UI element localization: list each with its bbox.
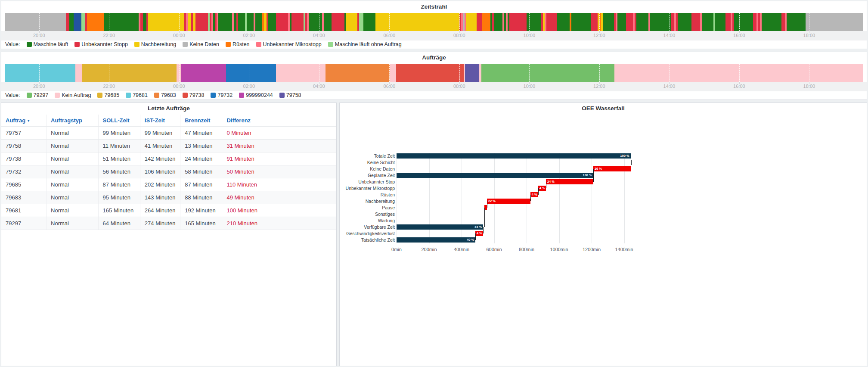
zeitstrahl-segment[interactable] [346, 13, 357, 31]
zeitstrahl-segment[interactable] [715, 13, 725, 31]
zeitstrahl-segment[interactable] [691, 13, 700, 31]
auftraege-segment[interactable] [614, 64, 863, 82]
zeitstrahl-segment[interactable] [571, 13, 591, 31]
waterfall-bar[interactable]: 4 % [530, 192, 538, 197]
auftraege-legend-item[interactable]: 79738 [183, 92, 205, 98]
zeitstrahl-segment[interactable] [247, 13, 254, 31]
zeitstrahl-segment[interactable] [188, 13, 191, 31]
zeitstrahl-segment[interactable] [195, 13, 208, 31]
table-header-soll-zeit[interactable]: SOLL-Zeit [99, 115, 140, 126]
auftraege-legend-item[interactable]: 79297 [27, 92, 49, 98]
zeitstrahl-segment[interactable] [787, 13, 806, 31]
auftraege-segment[interactable] [75, 64, 82, 82]
zeitstrahl-segment[interactable] [238, 13, 245, 31]
zeitstrahl-segment[interactable] [678, 13, 691, 31]
table-header-brennzeit[interactable]: Brennzeit [180, 115, 222, 126]
auftraege-axis-label: 08:00 [453, 84, 465, 89]
auftraege-segment[interactable] [276, 64, 326, 82]
zeitstrahl-segment[interactable] [650, 13, 671, 31]
zeitstrahl-segment[interactable] [762, 13, 781, 31]
zeitstrahl-segment[interactable] [781, 13, 785, 31]
zeitstrahl-segment[interactable] [671, 13, 674, 31]
zeitstrahl-segment[interactable] [143, 13, 146, 31]
auftraege-legend-item[interactable]: 999990244 [239, 92, 273, 98]
zeitstrahl-segment[interactable] [255, 13, 262, 31]
auftraege-legend-item[interactable]: 79681 [126, 92, 148, 98]
zeitstrahl-legend-item[interactable]: Unbekannter Stopp [74, 41, 128, 47]
zeitstrahl-segment[interactable] [494, 13, 502, 31]
zeitstrahl-legend-item[interactable]: Unbekannter Mikrostopp [256, 41, 322, 47]
zeitstrahl-segment[interactable] [268, 13, 276, 31]
waterfall-bar[interactable]: 4 % [475, 231, 483, 236]
zeitstrahl-segment[interactable] [81, 13, 85, 31]
zeitstrahl-segment[interactable] [617, 13, 626, 31]
zeitstrahl-segment[interactable] [482, 13, 490, 31]
auftraege-segment[interactable] [177, 64, 181, 82]
zeitstrahl-segment[interactable] [309, 13, 322, 31]
waterfall-bar[interactable]: 100 % [397, 173, 593, 178]
zeitstrahl-segment[interactable] [806, 13, 863, 31]
zeitstrahl-legend-item[interactable]: Maschine läuft ohne Auftrag [328, 41, 402, 47]
zeitstrahl-segment[interactable] [466, 13, 477, 31]
zeitstrahl-segment[interactable] [363, 13, 375, 31]
zeitstrahl-segment[interactable] [69, 13, 74, 31]
zeitstrahl-segment[interactable] [218, 13, 232, 31]
zeitstrahl-segment[interactable] [324, 13, 332, 31]
auftraege-segment[interactable] [226, 64, 276, 82]
zeitstrahl-segment[interactable] [477, 13, 482, 31]
zeitstrahl-segment[interactable] [591, 13, 598, 31]
auftraege-legend-item[interactable]: 79685 [97, 92, 119, 98]
zeitstrahl-segment[interactable] [527, 13, 541, 31]
auftraege-legend-item[interactable]: 79732 [211, 92, 232, 98]
zeitstrahl-segment[interactable] [725, 13, 731, 31]
table-header-auftragstyp[interactable]: Auftragstyp [46, 115, 99, 126]
zeitstrahl-segment[interactable] [291, 13, 304, 31]
waterfall-bar[interactable]: 24 % [546, 179, 593, 184]
zeitstrahl-segment[interactable] [702, 13, 714, 31]
zeitstrahl-segment[interactable] [74, 13, 81, 31]
waterfall-bar[interactable]: 40 % [397, 237, 475, 243]
zeitstrahl-segment[interactable] [509, 13, 527, 31]
zeitstrahl-segment[interactable] [276, 13, 288, 31]
table-header-auftrag[interactable]: Auftrag▼ [1, 115, 46, 126]
auftraege-segment[interactable] [396, 64, 464, 82]
auftraege-legend-item[interactable]: Kein Auftrag [55, 92, 91, 98]
auftraege-legend-item[interactable]: 79683 [154, 92, 176, 98]
zeitstrahl-segment[interactable] [636, 13, 648, 31]
auftraege-legend-item[interactable]: 79758 [279, 92, 301, 98]
zeitstrahl-legend-item[interactable]: Keine Daten [183, 41, 219, 47]
waterfall-bar[interactable]: 16 % [593, 166, 631, 171]
table-header-label: Auftragstyp [51, 117, 82, 124]
table-header-ist-zeit[interactable]: IST-Zeit [140, 115, 180, 126]
zeitstrahl-segment[interactable] [375, 13, 459, 31]
zeitstrahl-segment[interactable] [603, 13, 614, 31]
zeitstrahl-segment[interactable] [734, 13, 753, 31]
table-header-differenz[interactable]: Differenz [222, 115, 336, 126]
auftraege-segment[interactable] [82, 64, 176, 82]
zeitstrahl-segment[interactable] [557, 13, 570, 31]
waterfall-bar[interactable]: 44 % [397, 224, 483, 230]
waterfall-row-label: Wartung [340, 218, 395, 223]
waterfall-bar[interactable]: 22 % [487, 199, 530, 204]
auftraege-segment[interactable] [326, 64, 390, 82]
zeitstrahl-legend-item[interactable]: Maschine läuft [27, 41, 68, 47]
zeitstrahl-segment[interactable] [626, 13, 633, 31]
auftraege-segment[interactable] [481, 64, 614, 82]
zeitstrahl-segment[interactable] [359, 13, 363, 31]
waterfall-bar[interactable]: 4 % [538, 186, 546, 191]
zeitstrahl-segment[interactable] [5, 13, 66, 31]
zeitstrahl-legend-item[interactable]: Rüsten [226, 41, 250, 47]
zeitstrahl-segment[interactable] [546, 13, 557, 31]
zeitstrahl-segment[interactable] [87, 13, 104, 31]
zeitstrahl-segment[interactable] [332, 13, 344, 31]
auftraege-segment[interactable] [5, 64, 75, 82]
auftraege-segment[interactable] [181, 64, 226, 82]
sort-descending-icon[interactable]: ▼ [27, 119, 30, 123]
zeitstrahl-legend-item[interactable]: Nachbereitung [134, 41, 176, 47]
zeitstrahl-segment[interactable] [753, 13, 756, 31]
waterfall-bar[interactable]: 100 % [397, 153, 631, 159]
auftraege-segment[interactable] [390, 64, 396, 82]
zeitstrahl-segment[interactable] [66, 13, 69, 31]
auftraege-segment[interactable] [465, 64, 479, 82]
zeitstrahl-gridline [319, 13, 319, 31]
